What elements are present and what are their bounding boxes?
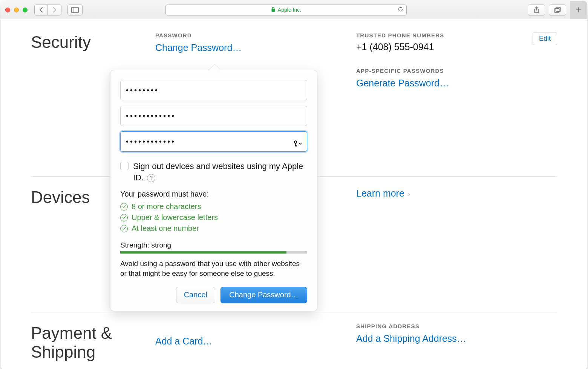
trusted-phone-value: +1 (408) 555-0941 (356, 42, 546, 52)
plus-icon (576, 7, 582, 13)
signout-checkbox-label: Sign out devices and websites using my A… (133, 161, 307, 183)
change-password-button[interactable]: Change Password… (220, 287, 307, 303)
help-icon[interactable]: ? (147, 174, 155, 182)
signout-checkbox[interactable] (120, 162, 129, 170)
tabs-icon (554, 7, 561, 13)
toolbar-right (528, 1, 583, 19)
req-case: Upper & lowercase letters (120, 213, 307, 222)
address-bar[interactable]: Apple Inc. (165, 5, 407, 15)
new-tab-button[interactable] (570, 1, 587, 19)
payment-heading: Payment & Shipping (31, 323, 155, 362)
app-specific-kicker: APP-SPECIFIC PASSWORDS (356, 68, 546, 74)
checkmark-circle-icon (120, 203, 128, 211)
strength-meter (120, 251, 307, 254)
signout-checkbox-row: Sign out devices and websites using my A… (120, 161, 307, 183)
nav-buttons (34, 5, 61, 15)
payment-col-card: Add a Card… (155, 323, 356, 362)
trusted-phones-kicker: TRUSTED PHONE NUMBERS (356, 32, 546, 38)
content-container: Security PASSWORD Change Password… TRUST… (31, 19, 557, 362)
password-tip: Avoid using a password that you use with… (120, 259, 307, 278)
new-password-input[interactable] (120, 106, 307, 126)
req-length-text: 8 or more characters (132, 202, 201, 211)
add-shipping-address-link[interactable]: Add a Shipping Address… (356, 332, 546, 345)
payment-section: Payment & Shipping Add a Card… SHIPPING … (31, 312, 557, 362)
password-kicker: PASSWORD (155, 32, 345, 38)
page-content: Security PASSWORD Change Password… TRUST… (1, 19, 587, 369)
close-window-button[interactable] (5, 8, 10, 12)
svg-rect-4 (554, 8, 559, 12)
svg-rect-0 (72, 7, 79, 12)
share-button[interactable] (528, 5, 545, 15)
cancel-button[interactable]: Cancel (176, 287, 215, 303)
svg-rect-2 (271, 9, 275, 12)
reload-button[interactable] (398, 6, 403, 13)
reload-icon (398, 6, 403, 12)
checkmark-circle-icon (120, 225, 128, 232)
payment-col-shipping: SHIPPING ADDRESS Add a Shipping Address… (356, 323, 557, 362)
change-password-popover: Sign out devices and websites using my A… (110, 70, 317, 311)
browser-toolbar: Apple Inc. (1, 1, 587, 19)
security-col-trusted: TRUSTED PHONE NUMBERS +1 (408) 555-0941 … (356, 32, 557, 89)
signout-text: Sign out devices and websites using my A… (133, 161, 303, 182)
strength-bar (120, 251, 286, 254)
share-icon (534, 6, 539, 13)
security-section: Security PASSWORD Change Password… TRUST… (31, 32, 557, 177)
sidebar-icon (71, 7, 79, 13)
chevron-left-icon (39, 7, 43, 12)
req-number-text: At least one number (132, 224, 199, 233)
req-number: At least one number (120, 224, 307, 233)
forward-button[interactable] (48, 5, 61, 15)
popover-buttons: Cancel Change Password… (120, 287, 307, 303)
back-button[interactable] (34, 5, 48, 15)
req-case-text: Upper & lowercase letters (132, 213, 218, 222)
zoom-window-button[interactable] (23, 8, 28, 12)
chevron-right-icon (52, 7, 57, 12)
confirm-password-input[interactable] (120, 131, 307, 152)
req-length: 8 or more characters (120, 202, 307, 211)
shipping-kicker: SHIPPING ADDRESS (356, 323, 546, 329)
lock-icon (271, 7, 276, 13)
url-label: Apple Inc. (278, 7, 301, 13)
strength-label: Strength: strong (120, 241, 307, 249)
learn-more-text: Learn more (356, 188, 404, 198)
svg-rect-5 (556, 7, 560, 11)
current-password-input[interactable] (120, 80, 307, 100)
checkmark-circle-icon (120, 214, 128, 221)
add-card-link[interactable]: Add a Card… (155, 335, 345, 347)
safari-window: Apple Inc. (1, 1, 587, 369)
password-requirements-heading: Your password must have: (120, 190, 307, 198)
show-tabs-button[interactable] (549, 5, 566, 15)
minimize-window-button[interactable] (14, 8, 19, 12)
show-sidebar-button[interactable] (67, 5, 83, 15)
change-password-link[interactable]: Change Password… (155, 42, 345, 54)
window-controls (5, 8, 28, 12)
learn-more-link[interactable]: Learn more › (356, 188, 410, 198)
edit-button[interactable]: Edit (533, 32, 557, 45)
chevron-right-icon: › (406, 191, 410, 198)
generate-password-link[interactable]: Generate Password… (356, 77, 546, 89)
